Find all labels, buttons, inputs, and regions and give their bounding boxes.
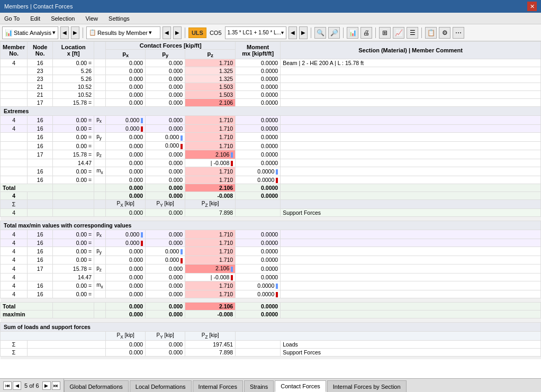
results-next[interactable]: ▶ bbox=[173, 26, 182, 39]
tab-local-deformations[interactable]: Local Deformations bbox=[130, 380, 192, 392]
spacer-row bbox=[1, 318, 541, 322]
total-row: 4 0.000 0.000 -0.008 0.0000 bbox=[1, 192, 541, 200]
tab-strains[interactable]: Strains bbox=[244, 380, 274, 392]
table-row: 21 10.52 0.000 0.000 1.503 0.0000 bbox=[1, 91, 541, 99]
extremes-row: 4 16 0.00 = 0.000 0.000 1.710 0.0000 bbox=[1, 125, 541, 133]
table-row: 4 16 0.00 = 0.000 0.000 1.710 0.0000 Bea… bbox=[1, 59, 541, 67]
settings-btn[interactable]: ⚙ bbox=[439, 27, 450, 39]
sum-loads-header: Sum of loads and support forces bbox=[1, 322, 541, 331]
load-prev[interactable]: ◀ bbox=[288, 26, 297, 39]
toolbar: 📊 Static Analysis ▾ ◀ ▶ 📋 Results by Mem… bbox=[0, 24, 541, 41]
load-combo-text: 1.35 * LC1 + 1.50 * L... bbox=[228, 30, 281, 35]
export-btn[interactable]: 📊 bbox=[347, 27, 358, 39]
data-table: MemberNo. NodeNo. Locationx [ft] Contact… bbox=[0, 41, 541, 359]
maxmin-row: 4 16 0.00 = 0.000 0.000 1.710 0.0000 bbox=[1, 290, 541, 298]
analysis-next[interactable]: ▶ bbox=[71, 26, 79, 39]
list-btn[interactable]: ☰ bbox=[407, 27, 418, 39]
more-btn[interactable]: ⋯ bbox=[453, 27, 464, 39]
analysis-prev[interactable]: ◀ bbox=[60, 26, 69, 39]
maxmin-row: 4 17 15.78 = pz 0.000 0.000 2.106 0.0000 bbox=[1, 264, 541, 273]
nav-first[interactable]: ⏮ bbox=[3, 381, 12, 390]
print-btn[interactable]: 🖨 bbox=[360, 27, 372, 39]
header-member: MemberNo. bbox=[1, 42, 28, 59]
header-contact-forces: Contact Forces [kip/ft] bbox=[106, 42, 236, 50]
results-label: Results by Member bbox=[97, 30, 148, 36]
close-button[interactable]: ✕ bbox=[527, 2, 537, 11]
maxmin-row: 4 16 0.00 = 0.000 0.000 1.710 0.0000 bbox=[1, 256, 541, 264]
menu-bar: Go To Edit Selection View Settings bbox=[0, 13, 541, 24]
total-maxmin-summary: Total 0.000 0.000 2.106 0.0000 bbox=[1, 302, 541, 310]
analysis-label: Static Analysis bbox=[14, 30, 51, 36]
table-row: 21 10.52 0.000 0.000 1.503 0.0000 bbox=[1, 83, 541, 91]
bottom-bar: ⏮ ◀ 5 of 6 ▶ ⏭ Global Deformations Local… bbox=[0, 378, 541, 392]
nav-next[interactable]: ▶ bbox=[42, 381, 51, 390]
sum-loads-sigma-row2: Σ 0.000 0.000 7.898 Support Forces bbox=[1, 348, 541, 356]
nav-page: 5 of 6 bbox=[22, 382, 41, 389]
maxmin-row: 4 16 0.00 = px 0.000 0.000 1.710 0.0000 bbox=[1, 230, 541, 239]
total-maxmin-header: Total max/min values with corresponding … bbox=[1, 221, 541, 230]
table-row: 17 15.78 = 0.000 0.000 2.106 0.0000 bbox=[1, 99, 541, 107]
tab-internal-forces-by-section[interactable]: Internal Forces by Section bbox=[327, 380, 407, 392]
total-row: Total 0.000 0.000 2.106 0.0000 bbox=[1, 184, 541, 192]
spacer-row bbox=[1, 298, 541, 302]
separator-2 bbox=[185, 28, 185, 38]
header-moment: Momentmx [kipft/ft] bbox=[236, 42, 281, 59]
header-label bbox=[94, 42, 106, 59]
title-bar-title: Members | Contact Forces bbox=[4, 3, 73, 10]
nav-prev[interactable]: ◀ bbox=[13, 381, 21, 390]
separator-5 bbox=[375, 28, 376, 38]
main-content: MemberNo. NodeNo. Locationx [ft] Contact… bbox=[0, 41, 541, 378]
load-combo[interactable]: 1.35 * LC1 + 1.50 * L... ▾ bbox=[225, 26, 286, 39]
extremes-header: Extremes bbox=[1, 107, 541, 116]
nav-controls: ⏮ ◀ 5 of 6 ▶ ⏭ bbox=[0, 379, 64, 392]
header-node: NodeNo. bbox=[28, 42, 53, 59]
extremes-row: 17 15.78 = pz 0.000 0.000 2.106 0.0000 bbox=[1, 150, 541, 159]
maxmin-row: 4 16 0.00 = py 0.000 0.000 1.710 0.0000 bbox=[1, 247, 541, 256]
sigma-header-row: Σ PX [kip] PY [kip] PZ [kip] bbox=[1, 200, 541, 209]
separator-4 bbox=[343, 28, 344, 38]
excel-btn[interactable]: 📋 bbox=[425, 27, 437, 39]
title-bar: Members | Contact Forces ✕ bbox=[0, 0, 541, 13]
maxmin-row: 4 16 0.00 = 0.000 0.000 1.710 0.0000 bbox=[1, 239, 541, 247]
separator-3 bbox=[311, 28, 311, 38]
header-section: Section (Material) | Member Comment bbox=[281, 42, 541, 59]
menu-goto[interactable]: Go To bbox=[2, 15, 22, 22]
co-label: CO5 bbox=[210, 30, 222, 36]
load-combo-arrow: ▾ bbox=[281, 30, 284, 35]
tab-contact-forces[interactable]: Contact Forces bbox=[275, 380, 326, 392]
uls-badge[interactable]: ULS bbox=[188, 28, 206, 38]
sum-loads-sigma-row: Σ 0.000 0.000 197.451 Loads bbox=[1, 340, 541, 348]
filter-btn[interactable]: 🔎 bbox=[328, 27, 340, 39]
analysis-dropdown[interactable]: 📊 Static Analysis ▾ bbox=[2, 26, 58, 39]
load-next[interactable]: ▶ bbox=[299, 26, 308, 39]
extremes-row: 16 0.00 = mx 0.000 0.000 1.710 0.0000 bbox=[1, 167, 541, 176]
search-btn[interactable]: 🔍 bbox=[314, 27, 326, 39]
table-btn[interactable]: ⊞ bbox=[379, 27, 391, 39]
results-prev[interactable]: ◀ bbox=[163, 26, 171, 39]
spacer-row bbox=[1, 356, 541, 359]
header-py: py bbox=[146, 50, 185, 59]
separator-1 bbox=[83, 28, 83, 38]
menu-view[interactable]: View bbox=[83, 15, 100, 22]
spacer-row bbox=[1, 217, 541, 221]
tab-internal-forces[interactable]: Internal Forces bbox=[193, 380, 243, 392]
maxmin-row: 4 16 0.00 = mx 0.000 0.000 1.710 0.0000 bbox=[1, 281, 541, 290]
tab-global-deformations[interactable]: Global Deformations bbox=[64, 380, 129, 392]
chart-btn[interactable]: 📈 bbox=[393, 27, 404, 39]
tab-bar: Global Deformations Local Deformations I… bbox=[64, 379, 408, 392]
table-row: 23 5.26 0.000 0.000 1.325 0.0000 bbox=[1, 67, 541, 75]
menu-edit[interactable]: Edit bbox=[28, 15, 42, 22]
menu-settings[interactable]: Settings bbox=[106, 15, 132, 22]
header-pz: pz bbox=[185, 50, 236, 59]
maxmin-row: 4 14.47 0.000 0.000 | -0.008 0.0000 bbox=[1, 273, 541, 281]
nav-last[interactable]: ⏭ bbox=[52, 381, 60, 390]
results-dropdown[interactable]: 📋 Results by Member ▾ bbox=[86, 26, 160, 39]
table-row: 23 5.26 0.000 0.000 1.325 0.0000 bbox=[1, 75, 541, 83]
extremes-row: 4 16 0.00 = px 0.000 0.000 1.710 0.0000 bbox=[1, 116, 541, 125]
uls-label: ULS bbox=[192, 30, 203, 36]
menu-selection[interactable]: Selection bbox=[49, 15, 77, 22]
separator-6 bbox=[421, 28, 422, 38]
header-location: Locationx [ft] bbox=[53, 42, 94, 59]
extremes-row: 16 0.00 = 0.000 0.000 1.710 0.0000 bbox=[1, 176, 541, 184]
total-maxmin-summary: max/min 0.000 0.000 -0.008 0.0000 bbox=[1, 310, 541, 318]
